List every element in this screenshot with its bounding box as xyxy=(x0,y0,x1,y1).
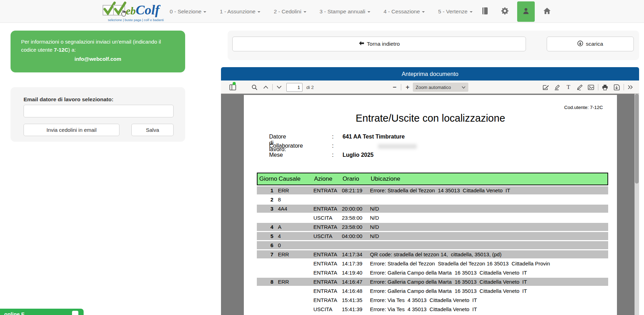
table-row: ENTRATA 14:17:39 Errore: Stradella del T… xyxy=(257,259,608,268)
menu-item-3[interactable]: 3 - Stampe annuali xyxy=(320,8,370,15)
caret-down-icon xyxy=(367,11,370,13)
table-row: 7 ERR ENTRATA 14:17:34 QR code: stradell… xyxy=(257,250,608,258)
signature-tool-button[interactable] xyxy=(541,83,551,92)
logo-wordmark: ebColf xyxy=(126,2,160,18)
search-button[interactable] xyxy=(250,83,259,92)
user-icon xyxy=(522,7,530,16)
chat-widget[interactable]: online F xyxy=(0,309,84,315)
table-row: 3 4A4 ENTRATA 20:00:00 N/D xyxy=(257,205,608,213)
table-row: USCITA 23:58:00 N/D xyxy=(257,214,608,222)
chat-icon xyxy=(72,311,78,315)
gear-icon xyxy=(501,7,509,16)
hand-cursor-icon xyxy=(121,10,126,18)
download-button[interactable]: scarica xyxy=(547,37,634,51)
save-email-button[interactable]: Salva xyxy=(131,124,174,136)
save-button[interactable] xyxy=(612,83,621,92)
support-info-box: Per informazioni o segnalazioni inviaci … xyxy=(11,31,185,72)
scrollbar-thumb[interactable] xyxy=(635,94,639,184)
email-field-label: Email datore di lavoro selezionato: xyxy=(24,96,113,103)
zoom-out-button[interactable]: − xyxy=(390,83,399,92)
account-button[interactable] xyxy=(517,1,535,22)
text-tool-button[interactable]: T xyxy=(564,83,573,92)
webcolf-logo[interactable]: ebColf selezione | buste paga | colf e b… xyxy=(103,2,169,22)
zoom-select[interactable]: Zoom automatico xyxy=(413,83,468,92)
pdf-page: Cod.utente: 7-12C Entrate/Uscite con loc… xyxy=(244,95,617,315)
next-page-button[interactable] xyxy=(274,83,284,92)
document-preview-panel: Anteprima documento di 2 − + Zoom xyxy=(221,67,639,315)
employer-email-input[interactable] xyxy=(24,105,174,117)
table-row: 6 0 xyxy=(257,241,608,249)
menu-item-4[interactable]: 4 - Cessazione xyxy=(384,8,425,15)
main-menu: 0 - Selezione 1 - Assunzione 2 - Cedolin… xyxy=(170,0,473,23)
document-actions-panel: Torna indietro scarica xyxy=(228,31,639,60)
table-row: 5 4 USCITA 04:00:00 N/D xyxy=(257,232,608,240)
pdf-toolbar: di 2 − + Zoom automatico T xyxy=(221,81,639,94)
page-number-input[interactable] xyxy=(286,83,303,92)
caret-down-icon xyxy=(470,11,473,13)
chevron-down-icon xyxy=(462,86,466,89)
home-icon xyxy=(543,7,551,15)
manual-button[interactable] xyxy=(478,1,493,22)
zoom-in-button[interactable]: + xyxy=(403,83,412,92)
toolbar-separator xyxy=(624,84,624,90)
caret-down-icon xyxy=(304,11,306,13)
redacted-value xyxy=(378,144,417,149)
settings-button[interactable] xyxy=(497,1,512,22)
send-payslips-button[interactable]: Invia cedolini in email xyxy=(24,124,119,136)
caret-down-icon xyxy=(258,11,260,13)
table-row: ENTRATA 15:41:35 Errore: Via Tes 4 35013… xyxy=(257,296,608,304)
left-arrow-icon xyxy=(358,40,364,47)
preview-panel-heading: Anteprima documento xyxy=(221,67,639,81)
menu-item-2[interactable]: 2 - Cedolini xyxy=(274,8,306,15)
user-code-label: Cod.utente: 7-12C xyxy=(564,105,603,110)
download-icon xyxy=(577,40,583,48)
home-button[interactable] xyxy=(540,1,554,22)
top-navbar: ebColf selezione | buste paga | colf e b… xyxy=(0,0,644,23)
email-form-panel: Email datore di lavoro selezionato: Invi… xyxy=(11,87,185,142)
previous-page-button[interactable] xyxy=(261,83,270,92)
table-row: ENTRATA 14:16:48 Errore: Galleria Campo … xyxy=(257,287,608,295)
timbrature-table: Giorno Causale Azione Orario Ubicazione … xyxy=(257,173,608,313)
table-header: Giorno Causale Azione Orario Ubicazione xyxy=(257,173,608,185)
chat-widget-label: online F xyxy=(4,311,25,315)
more-tools-button[interactable] xyxy=(626,83,635,92)
table-row: 8 ERR ENTRATA 14:16:47 Errore: Galleria … xyxy=(257,278,608,286)
timbrature-table-body: 1 ERR ENTRATA 08:21:19 Errore: Stradella… xyxy=(257,186,608,313)
menu-item-1[interactable]: 1 - Assunzione xyxy=(220,8,260,15)
logo-tagline: selezione | buste paga | colf e badanti xyxy=(103,18,168,22)
table-row: 4 A ENTRATA 23:58:00 N/D xyxy=(257,223,608,231)
navbar-icon-group xyxy=(478,0,554,23)
menu-item-5[interactable]: 5 - Vertenze xyxy=(438,8,473,15)
image-tool-button[interactable] xyxy=(586,83,596,92)
table-row: ENTRATA 14:19:40 Errore: Galleria Campo … xyxy=(257,269,608,277)
pdf-viewer: Cod.utente: 7-12C Entrate/Uscite con loc… xyxy=(221,94,639,315)
notification-dot xyxy=(233,82,236,85)
draw-tool-button[interactable] xyxy=(575,83,584,92)
page-count-label: di 2 xyxy=(306,85,314,90)
user-code: 7-12C xyxy=(54,47,68,53)
caret-down-icon xyxy=(203,11,206,13)
table-row: 1 ERR ENTRATA 08:21:19 Errore: Stradella… xyxy=(257,186,608,194)
document-title: Entrate/Uscite con localizzazione xyxy=(244,112,617,124)
support-email: info@webcolf.com xyxy=(21,55,175,63)
caret-down-icon xyxy=(422,11,425,13)
menu-item-0[interactable]: 0 - Selezione xyxy=(170,8,206,15)
toolbar-separator xyxy=(598,84,598,90)
table-row: USCITA 15:41:39 Errore: Via Tes 4 35013 … xyxy=(257,305,608,313)
print-button[interactable] xyxy=(600,83,610,92)
logo-checkmark-icon xyxy=(103,5,115,15)
highlight-tool-button[interactable] xyxy=(553,83,562,92)
toolbar-separator xyxy=(401,84,401,90)
viewer-scrollbar[interactable] xyxy=(635,94,639,315)
toolbar-separator xyxy=(272,84,273,90)
info-text: Per informazioni o segnalazioni inviaci … xyxy=(21,39,161,53)
book-icon xyxy=(482,7,489,16)
back-button[interactable]: Torna indietro xyxy=(232,37,526,51)
table-row: 2 8 xyxy=(257,195,608,204)
